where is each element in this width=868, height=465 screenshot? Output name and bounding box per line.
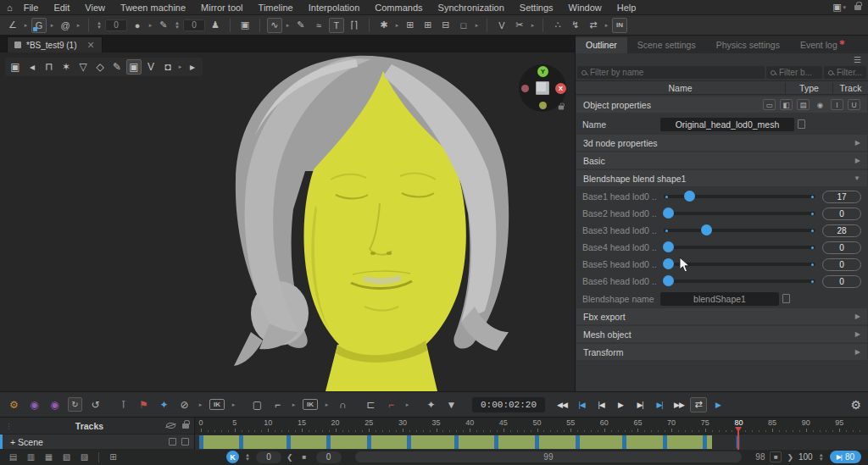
funnel-icon[interactable]: ▼ [444,397,459,412]
tab-outliner[interactable]: Outliner [576,37,627,53]
cut-pose-icon[interactable]: ✂ [512,18,527,33]
view-gizmo[interactable]: Y X [519,64,566,112]
next-frame-button[interactable]: ▶| [632,397,648,412]
end-frame-value[interactable]: 98 [755,452,765,462]
slider-knob[interactable] [684,191,695,202]
brackets-icon[interactable]: ⌈⌉ [347,18,362,33]
interval-field[interactable]: 0 [183,19,205,31]
keyframe-marker[interactable] [576,435,580,449]
rewind-button[interactable]: ◀◀ [554,397,570,412]
dropdown-arrow-icon[interactable]: ▸ [604,22,609,29]
text-tool-icon[interactable]: T [329,18,344,33]
slider-value[interactable]: 0 [822,275,861,288]
grip-icon[interactable]: ⋮ [5,422,13,430]
edit-curve-icon[interactable]: ✎ [293,18,309,33]
ban-icon[interactable]: ⊘ [177,397,192,412]
visual-v-icon[interactable]: V [143,59,159,75]
total-frames-value[interactable]: 100 [798,452,813,462]
remove-window-icon[interactable]: ⊟ [438,18,453,33]
blendshape-name-input[interactable]: blendShape1 [660,292,779,306]
loop-playback-button[interactable]: ⇄ [690,397,707,412]
slider-value[interactable]: 0 [822,258,861,271]
menu-view[interactable]: View [77,2,113,14]
keyframe-marker[interactable] [454,435,459,449]
dropdown-arrow-icon[interactable]: ▸ [394,22,400,29]
list-view-icon[interactable]: ▤ [797,99,810,110]
in-badge[interactable]: IN [612,18,627,33]
name-input[interactable]: Original_head_lod0_mesh [660,118,794,131]
menu-edit[interactable]: Edit [46,2,77,14]
duplicate-track-icon[interactable]: ▧ [60,452,73,462]
scene-track-row[interactable]: + Scene [0,434,194,449]
section-transform[interactable]: Transform▶ [576,344,867,360]
menu-mirror-tool[interactable]: Mirror tool [193,2,251,14]
viewport-3d[interactable]: ▣◂⊓✶▽◇✎▣V◘▸▸ Y X [0,53,575,391]
filter-by-track-input[interactable]: Filter... [824,66,866,79]
ghost-b-icon[interactable]: ◉ [47,397,62,412]
dropdown-arrow-icon[interactable]: ▸ [474,22,480,29]
fast-forward-button[interactable]: ▶▶ [670,397,687,412]
expand-arrow-icon[interactable]: ▸ [185,59,200,75]
slider-knob[interactable] [663,275,674,286]
timeline-range-scrollbar[interactable]: 99 [355,451,743,462]
ik-fk-badge[interactable]: IK [303,399,318,410]
window-layout-icon[interactable]: ▣▾ [832,0,848,15]
add-window-icon[interactable]: ⊞ [420,18,436,33]
select-box-icon[interactable]: ▢ [250,397,264,412]
menu-window[interactable]: Window [561,2,609,14]
tangent-step-icon[interactable]: ⌐ [384,397,398,412]
slider-value[interactable]: 28 [822,224,861,237]
track-lock-checkbox[interactable] [181,438,189,446]
pin-icon[interactable]: ⊺ [116,397,131,412]
slider-knob[interactable] [701,224,712,235]
menu-help[interactable]: Help [609,2,644,14]
easel-icon[interactable]: ⊓ [42,59,57,75]
stop-icon[interactable]: ■ [298,453,311,461]
menu-settings[interactable]: Settings [512,2,561,14]
slider-value[interactable]: 0 [822,208,861,220]
joints-icon[interactable]: ✶ [58,59,74,75]
slider-knob[interactable] [663,208,674,219]
play-physics-button[interactable]: ▶ [709,397,726,412]
menu-tween-machine[interactable]: Tween machine [113,2,193,14]
column-name[interactable]: Name [576,83,785,93]
normals-pen-icon[interactable]: ✎ [109,59,125,75]
playhead-marker[interactable] [735,427,742,432]
tab-event-log[interactable]: Event log✱ [790,37,848,53]
slider-knob[interactable] [663,258,674,269]
keyframe-marker[interactable] [663,435,667,449]
slider-track[interactable] [664,195,815,198]
head-model[interactable] [0,53,575,391]
copy-icon[interactable] [784,296,790,303]
keyframe-marker[interactable] [326,435,331,449]
menu-timeline[interactable]: Timeline [251,2,301,14]
menu-commands[interactable]: Commands [367,2,430,14]
object-properties-header[interactable]: Object properties ▭◧▤◉IU [576,97,867,113]
track-spacing-icon[interactable]: ⇄ [586,18,601,33]
play-button[interactable]: ▶ [612,397,629,412]
close-tab-icon[interactable]: ✕ [86,40,94,51]
dropdown-arrow-icon[interactable]: ▸ [291,401,297,408]
panel-menu-icon[interactable]: ☰ [854,55,861,64]
playback-settings-gear-icon[interactable]: ⚙ [850,398,861,412]
interpolation-i-icon[interactable]: I [831,99,843,110]
gizmo-neg-y-axis[interactable] [539,102,547,109]
dropdown-arrow-icon[interactable]: ▸ [231,401,236,408]
slider-track[interactable] [664,280,815,283]
section-blendshape-blend-shape1[interactable]: Blendshape blend shape1▼ [576,170,867,186]
keyframe-track[interactable] [195,434,868,450]
stepper-icon[interactable]: ▲▼ [97,21,102,30]
keyframe-marker[interactable] [407,435,411,449]
add-track-icon[interactable]: ▤ [7,452,19,462]
column-track[interactable]: Track [832,83,868,93]
dropdown-arrow-icon[interactable]: ▸ [324,401,330,408]
grid-view-icon[interactable]: ⊞ [403,18,418,33]
total-frames-stepper[interactable]: ▲▼ [819,453,824,462]
window-layout-icon[interactable]: □ [456,18,471,33]
dropdown-arrow-icon[interactable]: ▸ [49,22,55,29]
jump-start-button[interactable]: |◀ [573,397,590,412]
prev-frame-button[interactable]: |◀ [593,397,609,412]
eye-hidden-icon[interactable] [166,423,175,429]
audio-sync-icon[interactable]: ∩ [336,397,350,412]
dropdown-arrow-icon[interactable]: ▸ [198,401,203,408]
